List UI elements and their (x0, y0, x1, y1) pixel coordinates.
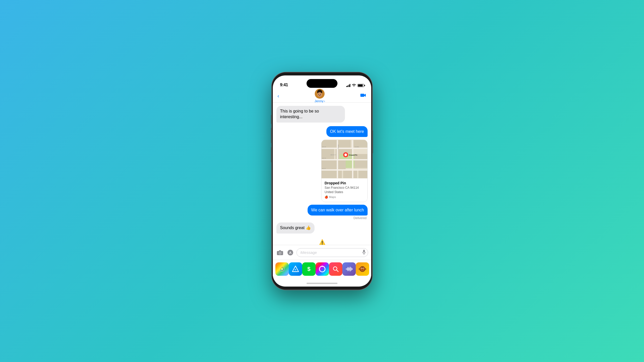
svg-rect-8 (338, 140, 351, 148)
status-icons (346, 83, 364, 87)
home-indicator (273, 280, 371, 287)
map-info: Dropped Pin San Francisco CA 94114 Unite… (321, 178, 367, 202)
map-title: Dropped Pin (325, 181, 364, 185)
dynamic-island (307, 79, 337, 88)
security-notice: ⚠️ An unrecognized device may have been … (276, 237, 368, 245)
message-text: We can walk over after lunch (311, 208, 364, 212)
message-row: We can walk over after lunch Delivered (276, 205, 368, 220)
map-visual: 18TH ST 21ST ST HILL ST DOLORES HANCOCK … (321, 140, 367, 178)
mic-button[interactable] (362, 250, 366, 255)
message-input-field[interactable]: iMessage (296, 248, 368, 257)
svg-rect-5 (360, 94, 364, 97)
svg-point-43 (282, 268, 283, 270)
svg-point-35 (279, 252, 281, 254)
svg-line-50 (283, 267, 284, 268)
message-bubble-incoming[interactable]: Sounds great 👍 (276, 222, 315, 233)
message-row: Sounds great 👍 (276, 222, 368, 233)
svg-line-51 (281, 270, 281, 271)
svg-text:18TH ST: 18TH ST (322, 146, 326, 148)
svg-point-54 (319, 266, 325, 272)
message-text: OK let's meet here (330, 129, 364, 134)
message-bubble-outgoing[interactable]: OK let's meet here (326, 126, 368, 137)
appstore-button[interactable]: A (286, 248, 294, 257)
svg-point-2 (317, 92, 322, 97)
camera-button[interactable] (276, 248, 284, 257)
navigation-bar: ‹ (273, 89, 371, 103)
contact-avatar (315, 89, 325, 99)
svg-text:DOLORES: DOLORES (338, 145, 339, 149)
svg-point-31 (344, 153, 347, 156)
dock-cashapp-icon[interactable]: $ (302, 262, 316, 276)
message-text: Sounds great 👍 (280, 226, 311, 230)
phone-screen: 9:41 (273, 75, 371, 287)
svg-point-71 (362, 268, 362, 269)
svg-point-77 (365, 269, 366, 270)
phone-device: 9:41 (272, 72, 372, 290)
battery-icon (358, 84, 364, 87)
back-button[interactable]: ‹ (277, 93, 279, 98)
map-bubble[interactable]: 18TH ST 21ST ST HILL ST DOLORES HANCOCK … (321, 140, 368, 202)
message-bubble-outgoing[interactable]: We can walk over after lunch (308, 205, 368, 216)
svg-rect-9 (352, 140, 367, 148)
svg-rect-20 (321, 159, 367, 160)
dock-monkey-icon[interactable] (356, 262, 369, 276)
map-address-line2: United States (325, 190, 343, 194)
svg-text:Dropped Pin: Dropped Pin (349, 154, 357, 156)
avatar-image (315, 89, 325, 99)
dock-audio-icon[interactable] (342, 262, 356, 276)
message-input-bar: A iMessage (273, 245, 371, 260)
svg-text:21ST ST: 21ST ST (322, 158, 326, 159)
svg-point-55 (322, 266, 323, 267)
svg-rect-17 (343, 171, 357, 178)
map-address-line1: San Francisco CA 94114 (325, 186, 359, 189)
contact-name-label[interactable]: Jenny › (315, 99, 325, 103)
svg-rect-21 (321, 169, 367, 171)
dock-bar: $ (273, 260, 371, 280)
signal-bar-4 (350, 84, 350, 87)
dock-circle-icon[interactable] (316, 262, 329, 276)
message-text: This is going to be so interesting... (280, 109, 319, 119)
svg-point-4 (320, 94, 321, 95)
svg-rect-39 (363, 250, 365, 253)
status-time: 9:41 (280, 83, 288, 87)
warning-icon: ⚠️ (319, 239, 326, 245)
contact-header[interactable]: Jenny › (315, 89, 325, 103)
map-source-label: Maps (329, 195, 336, 199)
home-bar (307, 283, 337, 284)
dock-search-icon[interactable] (329, 262, 342, 276)
svg-point-72 (363, 268, 364, 269)
svg-rect-36 (279, 250, 281, 251)
svg-text:HANCOCK ST: HANCOCK ST (331, 154, 337, 156)
delivery-status: Delivered (353, 216, 368, 220)
svg-text:A: A (289, 251, 292, 255)
signal-bar-1 (346, 86, 347, 87)
signal-bar-2 (347, 85, 348, 87)
map-source: 🍎 Maps (325, 195, 364, 199)
svg-line-57 (336, 270, 338, 272)
dock-photos-icon[interactable] (275, 262, 289, 276)
svg-line-48 (281, 267, 281, 268)
chat-area: This is going to be so interesting... OK… (273, 103, 371, 245)
svg-rect-15 (338, 160, 346, 169)
facetime-video-button[interactable] (360, 93, 367, 99)
message-row: This is going to be so interesting... (276, 106, 368, 123)
wifi-icon (352, 83, 356, 87)
dock-appstore-icon[interactable] (289, 262, 302, 276)
svg-text:HILL ST: HILL ST (322, 168, 326, 169)
message-placeholder: iMessage (300, 250, 317, 255)
svg-rect-19 (321, 148, 367, 149)
cashapp-dollar-icon: $ (307, 266, 310, 272)
battery-fill (358, 84, 363, 87)
svg-rect-23 (352, 140, 353, 178)
svg-line-49 (283, 270, 284, 271)
signal-bar-3 (349, 85, 349, 87)
contact-name-text: Jenny (315, 99, 324, 103)
message-bubble-incoming[interactable]: This is going to be so interesting... (276, 106, 345, 123)
svg-point-76 (359, 269, 360, 270)
apple-maps-icon: 🍎 (325, 195, 328, 199)
svg-rect-13 (355, 154, 367, 168)
svg-rect-18 (358, 169, 367, 178)
message-row: OK let's meet here (276, 126, 368, 137)
back-chevron-icon: ‹ (277, 93, 279, 98)
signal-bars-icon (346, 84, 351, 87)
